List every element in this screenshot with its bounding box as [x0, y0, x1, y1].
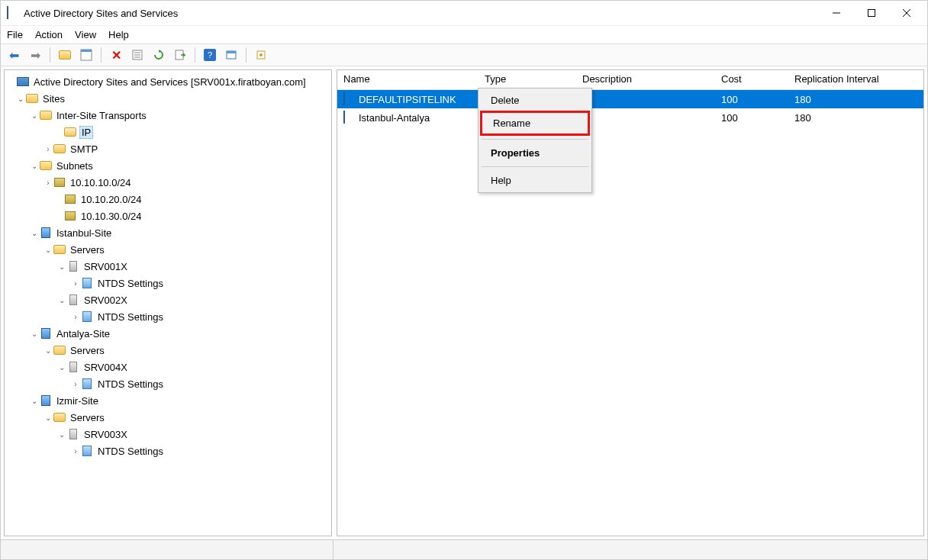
ctx-properties[interactable]: Properties: [480, 143, 590, 163]
col-cost[interactable]: Cost: [715, 70, 788, 89]
cell-cost: 100: [715, 111, 788, 125]
tree-sites[interactable]: ⌄Sites: [6, 90, 330, 107]
sites-icon: [17, 76, 29, 88]
subnet-icon: [64, 193, 76, 205]
ctx-help[interactable]: Help: [480, 170, 590, 191]
expander-icon[interactable]: ›: [70, 279, 81, 288]
tree-ntds[interactable]: ›NTDS Settings: [6, 308, 330, 325]
window-title: Active Directory Sites and Services: [24, 8, 178, 19]
separator: [482, 166, 588, 167]
tree-site-antalya[interactable]: ⌄Antalya-Site: [6, 325, 330, 342]
menu-help[interactable]: Help: [108, 29, 129, 40]
toolbar: ⬅ ➡ ✕ ?: [1, 43, 927, 66]
col-type[interactable]: Type: [478, 70, 576, 89]
sitelink-icon: [343, 93, 356, 105]
tree-server[interactable]: ⌄SRV003X: [6, 426, 330, 443]
tree-servers[interactable]: ⌄Servers: [6, 342, 330, 359]
tree-label: Servers: [69, 244, 106, 256]
list-header: Name Type Description Cost Replication I…: [337, 70, 923, 90]
expander-icon[interactable]: ⌄: [43, 346, 53, 355]
ctx-rename[interactable]: Rename: [480, 111, 590, 136]
tree-servers[interactable]: ⌄Servers: [6, 409, 330, 426]
minimize-button[interactable]: [819, 1, 854, 25]
maximize-button[interactable]: [854, 1, 889, 25]
cell-description: [576, 98, 715, 101]
ntds-icon: [81, 311, 93, 323]
separator: [101, 47, 102, 63]
expander-icon[interactable]: ›: [43, 145, 53, 153]
app-icon: [7, 7, 19, 19]
tree-subnets[interactable]: ⌄Subnets: [6, 157, 330, 174]
export-button[interactable]: [170, 46, 190, 64]
expander-icon[interactable]: ⌄: [29, 330, 40, 338]
expander-icon[interactable]: ⌄: [43, 414, 53, 422]
col-description[interactable]: Description: [576, 70, 715, 89]
tree-subnet[interactable]: 10.10.30.0/24: [6, 208, 330, 224]
site-icon: [40, 227, 52, 239]
tree-label: 10.10.10.0/24: [69, 177, 133, 188]
forward-button[interactable]: ➡: [25, 46, 45, 64]
tree-intersite-transports[interactable]: ⌄Inter-Site Transports: [6, 107, 330, 124]
expander-icon[interactable]: ›: [70, 313, 81, 321]
tree-label: NTDS Settings: [96, 311, 165, 323]
expander-icon[interactable]: ⌄: [43, 246, 53, 254]
tree-ip[interactable]: IP: [6, 124, 330, 140]
tree-label: Izmir-Site: [55, 395, 100, 407]
tree-ntds[interactable]: ›NTDS Settings: [6, 375, 330, 392]
show-hide-tree-button[interactable]: [76, 46, 96, 64]
tree-server[interactable]: ⌄SRV001X: [6, 258, 330, 275]
tree-ntds[interactable]: ›NTDS Settings: [6, 275, 330, 291]
list-row[interactable]: DEFAULTIPSITELINK Site Link 100 180: [337, 90, 923, 108]
up-button[interactable]: [55, 46, 75, 64]
tree-servers[interactable]: ⌄Servers: [6, 241, 330, 258]
context-menu: Delete Rename Properties Help: [478, 88, 592, 193]
expander-icon[interactable]: ⌄: [56, 296, 67, 304]
folder-icon: [53, 243, 66, 256]
menu-file[interactable]: File: [7, 29, 23, 40]
expander-icon[interactable]: ⌄: [29, 162, 40, 170]
cell-name: Istanbul-Antalya: [359, 112, 430, 124]
close-button[interactable]: [889, 1, 924, 25]
expander-icon[interactable]: ⌄: [15, 95, 26, 103]
tree-smtp[interactable]: ›SMTP: [6, 140, 330, 157]
tree-server[interactable]: ⌄SRV002X: [6, 291, 330, 308]
expander-icon[interactable]: ›: [70, 447, 81, 455]
delete-button[interactable]: ✕: [106, 46, 126, 64]
toolbar-button[interactable]: [251, 46, 271, 64]
expander-icon[interactable]: ⌄: [29, 111, 40, 120]
folder-icon: [40, 109, 52, 121]
expander-icon[interactable]: ›: [70, 380, 81, 388]
tree-label: SRV001X: [82, 261, 129, 272]
back-button[interactable]: ⬅: [4, 46, 24, 64]
tree-subnet[interactable]: 10.10.20.0/24: [6, 191, 330, 208]
list-row[interactable]: Istanbul-Antalya 100 180: [337, 108, 923, 127]
tree-subnet[interactable]: ›10.10.10.0/24: [6, 174, 330, 191]
tree-site-izmir[interactable]: ⌄Izmir-Site: [6, 392, 330, 409]
tree-server[interactable]: ⌄SRV004X: [6, 359, 330, 375]
help-button[interactable]: ?: [200, 46, 220, 64]
menu-action[interactable]: Action: [35, 29, 63, 40]
menu-view[interactable]: View: [75, 29, 96, 40]
expander-icon[interactable]: ⌄: [29, 229, 40, 237]
tree-ntds[interactable]: ›NTDS Settings: [6, 443, 330, 459]
tree-root[interactable]: Active Directory Sites and Services [SRV…: [6, 73, 330, 90]
toolbar-button[interactable]: [221, 46, 241, 64]
server-icon: [67, 361, 79, 373]
tree-site-istanbul[interactable]: ⌄Istanbul-Site: [6, 224, 330, 241]
col-replication-interval[interactable]: Replication Interval: [788, 70, 910, 89]
expander-icon[interactable]: ⌄: [29, 397, 40, 405]
cell-description: [576, 116, 715, 119]
expander-icon[interactable]: ⌄: [56, 363, 67, 372]
expander-icon[interactable]: ›: [43, 179, 53, 187]
tree-label: NTDS Settings: [96, 378, 165, 390]
tree-label: SRV003X: [82, 429, 129, 440]
expander-icon[interactable]: ⌄: [56, 430, 67, 439]
refresh-button[interactable]: [149, 46, 169, 64]
col-name[interactable]: Name: [337, 70, 478, 89]
tree-label: Subnets: [55, 160, 95, 172]
properties-button[interactable]: [127, 46, 147, 64]
server-icon: [67, 260, 79, 272]
expander-icon[interactable]: ⌄: [56, 262, 67, 271]
tree-label: SMTP: [69, 143, 99, 155]
ctx-delete[interactable]: Delete: [480, 90, 590, 111]
